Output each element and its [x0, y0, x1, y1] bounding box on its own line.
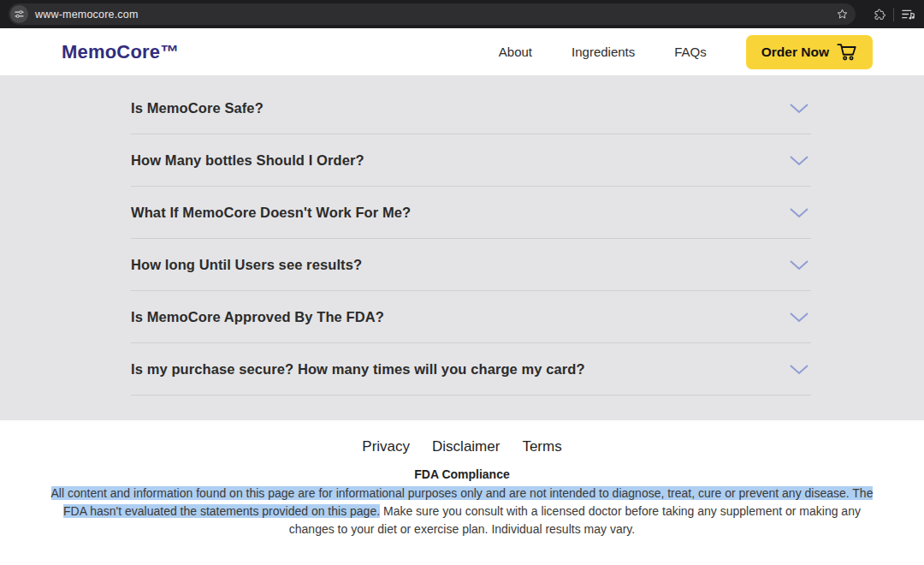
footer-links: Privacy Disclaimer Terms — [0, 438, 924, 455]
tune-icon — [15, 9, 24, 19]
site-footer: Privacy Disclaimer Terms FDA Compliance … — [0, 420, 924, 538]
faq-question-label: Is my purchase secure? How many times wi… — [131, 361, 585, 378]
chevron-down-icon — [789, 103, 809, 114]
faq-item-is-memocore-safe[interactable]: Is MemoCore Safe? — [131, 82, 811, 134]
chevron-down-icon — [789, 259, 809, 271]
site-header: MemoCore™ About Ingredients FAQs Order N… — [0, 28, 924, 75]
faq-question-label: How Many bottles Should I Order? — [131, 152, 364, 169]
address-bar[interactable]: www-memocore.com — [9, 3, 856, 25]
fda-disclaimer-text: All content and information found on thi… — [39, 485, 885, 538]
nav-link-ingredients[interactable]: Ingredients — [572, 45, 635, 59]
order-now-button[interactable]: Order Now — [746, 35, 873, 69]
footer-link-disclaimer[interactable]: Disclaimer — [432, 438, 500, 455]
media-controls-button[interactable] — [901, 8, 915, 21]
extensions-button[interactable] — [873, 8, 886, 21]
puzzle-icon — [873, 8, 886, 21]
faq-list: Is MemoCore Safe? How Many bottles Shoul… — [131, 82, 811, 396]
star-icon — [836, 8, 849, 21]
footer-link-terms[interactable]: Terms — [522, 438, 561, 455]
order-now-label: Order Now — [761, 45, 829, 60]
chevron-down-icon — [789, 207, 809, 218]
chevron-down-icon — [789, 364, 809, 375]
faq-section: Is MemoCore Safe? How Many bottles Shoul… — [0, 75, 924, 420]
faq-item-how-many-bottles[interactable]: How Many bottles Should I Order? — [131, 134, 811, 187]
browser-toolbar: www-memocore.com — [0, 0, 924, 28]
faq-item-see-results[interactable]: How long Until Users see results? — [131, 239, 811, 291]
faq-item-purchase-secure[interactable]: Is my purchase secure? How many times wi… — [131, 343, 811, 396]
fda-compliance-heading: FDA Compliance — [0, 467, 924, 481]
chevron-down-icon — [789, 312, 809, 323]
shopping-cart-icon — [837, 43, 857, 61]
site-info-button[interactable] — [10, 5, 28, 23]
faq-question-label: What If MemoCore Doesn't Work For Me? — [131, 205, 411, 221]
faq-question-label: Is MemoCore Approved By The FDA? — [131, 309, 384, 325]
faq-question-label: How long Until Users see results? — [131, 257, 362, 273]
nav-link-about[interactable]: About — [499, 45, 532, 59]
faq-question-label: Is MemoCore Safe? — [131, 100, 264, 116]
main-nav: About Ingredients FAQs — [499, 45, 707, 59]
site-logo: MemoCore™ — [62, 41, 180, 63]
media-controls-icon — [901, 8, 915, 21]
nav-link-faqs[interactable]: FAQs — [674, 45, 707, 59]
toolbar-divider — [893, 8, 894, 21]
chevron-down-icon — [789, 155, 809, 166]
faq-item-doesnt-work[interactable]: What If MemoCore Doesn't Work For Me? — [131, 187, 811, 239]
faq-item-fda-approved[interactable]: Is MemoCore Approved By The FDA? — [131, 291, 811, 343]
bookmark-star-button[interactable] — [836, 8, 849, 21]
footer-link-privacy[interactable]: Privacy — [362, 438, 410, 455]
url-text[interactable]: www-memocore.com — [35, 9, 836, 21]
